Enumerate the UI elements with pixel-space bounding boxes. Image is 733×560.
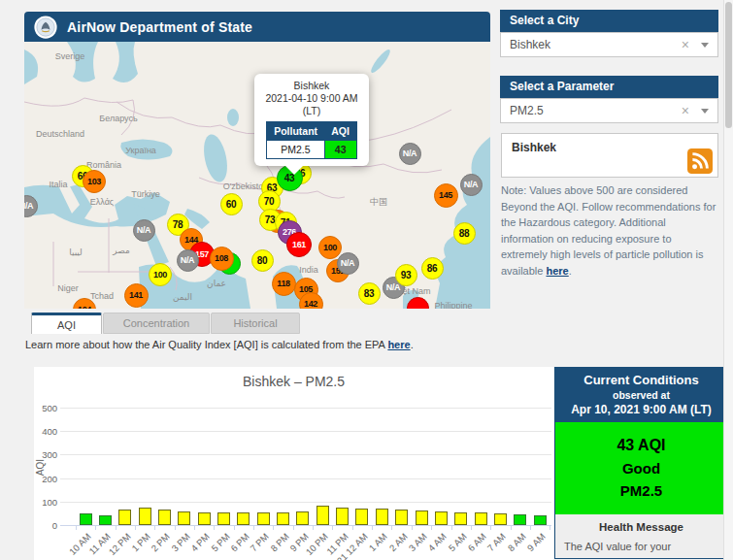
- bar[interactable]: [80, 513, 92, 525]
- aqi-marker[interactable]: 100: [149, 263, 172, 286]
- bar[interactable]: [435, 511, 448, 525]
- scrollbar-thumb[interactable]: [725, 2, 732, 128]
- map-place-label: Tchad: [90, 291, 114, 301]
- grid-line: [60, 454, 551, 455]
- bar[interactable]: [237, 512, 250, 525]
- axis-tick: [372, 526, 373, 530]
- city-select[interactable]: Bishkek ×: [500, 32, 718, 57]
- axis-tick: [116, 526, 117, 530]
- aqi-marker[interactable]: N/A: [460, 174, 483, 196]
- tab-concentration[interactable]: Concentration: [103, 313, 210, 334]
- bar[interactable]: [475, 512, 487, 525]
- aqi-marker[interactable]: N/A: [337, 252, 359, 275]
- axis-tick: [154, 526, 155, 530]
- chart-y-axis-label: AQI: [35, 439, 46, 497]
- axis-tick: [352, 526, 353, 530]
- city-select-value[interactable]: Bishkek: [501, 38, 682, 51]
- aqi-marker[interactable]: 80: [251, 249, 274, 272]
- axis-tick: [530, 526, 531, 530]
- aqi-marker[interactable]: N/A: [133, 219, 155, 242]
- city-clear-icon[interactable]: ×: [682, 37, 689, 52]
- axis-tick: [175, 526, 176, 530]
- map-place-label: مصر: [113, 246, 130, 255]
- note-text: Note: Values above 500 are considered Be…: [501, 184, 716, 277]
- bar[interactable]: [99, 515, 112, 525]
- axis-tick: [550, 526, 550, 530]
- learn-more-suffix: .: [411, 339, 414, 350]
- bar[interactable]: [198, 512, 211, 525]
- parameter-select-header: Select a Parameter: [500, 76, 718, 98]
- city-select-header: Select a City: [500, 10, 718, 32]
- epa-link[interactable]: here: [387, 339, 410, 350]
- scrollbar-track[interactable]: [723, 0, 733, 560]
- y-tick-label: 400: [34, 426, 57, 437]
- popup-datetime: 2021-04-10 9:00 AM: [259, 92, 364, 105]
- aqi-marker[interactable]: 108: [210, 247, 234, 271]
- map-place-label: Deutschland: [36, 129, 84, 139]
- city-dropdown-icon[interactable]: [701, 43, 709, 48]
- aqi-marker[interactable]: N/A: [177, 249, 199, 272]
- bar[interactable]: [277, 512, 289, 525]
- bar[interactable]: [514, 514, 526, 525]
- rss-city-label: Bishkek: [512, 141, 556, 154]
- tab-historical[interactable]: Historical: [211, 313, 300, 334]
- map-place-label: Italia: [49, 180, 67, 189]
- bar[interactable]: [139, 508, 151, 525]
- map-place-label: Україна: [125, 146, 156, 155]
- aqi-marker[interactable]: 100: [318, 236, 342, 259]
- rss-icon[interactable]: [687, 148, 713, 174]
- aqi-marker[interactable]: 145: [434, 183, 458, 208]
- y-tick-label: 0: [34, 520, 57, 531]
- bar[interactable]: [178, 511, 190, 525]
- bar[interactable]: [395, 510, 408, 525]
- bar[interactable]: [217, 512, 230, 525]
- bar[interactable]: [257, 512, 270, 525]
- parameter-dropdown-icon[interactable]: [701, 109, 709, 114]
- axis-tick: [135, 526, 136, 530]
- axis-tick: [214, 526, 215, 530]
- map[interactable]: SverigeБеларусьDeutschlandУкраїнаRomânia…: [24, 42, 490, 309]
- parameter-select[interactable]: PM2.5 ×: [500, 98, 718, 123]
- grid-line: [60, 525, 551, 526]
- bar[interactable]: [494, 513, 507, 525]
- aqi-marker[interactable]: 161: [286, 232, 312, 257]
- airnow-app: AirNow Department of State: [0, 0, 733, 560]
- axis-tick: [95, 526, 96, 530]
- bar[interactable]: [158, 510, 171, 525]
- map-place-label: Беларусь: [99, 114, 137, 123]
- bar[interactable]: [336, 508, 349, 525]
- bar[interactable]: [534, 515, 547, 525]
- cc-datetime: Apr 10, 2021 9:00 AM (LT): [559, 403, 723, 416]
- parameter-clear-icon[interactable]: ×: [682, 103, 689, 118]
- popup-col-aqi: AQI: [324, 122, 356, 141]
- map-place-label: 中国: [370, 196, 387, 209]
- bar[interactable]: [317, 506, 329, 525]
- axis-tick: [76, 526, 77, 530]
- aqi-marker[interactable]: 103: [83, 170, 106, 193]
- bar[interactable]: [296, 511, 309, 525]
- grid-line: [60, 502, 551, 503]
- axis-tick: [313, 526, 314, 530]
- bar[interactable]: [454, 512, 467, 525]
- aqi-marker[interactable]: 93: [395, 264, 417, 286]
- aqi-marker[interactable]: 142: [299, 292, 323, 310]
- grid-line: [60, 478, 551, 479]
- bar[interactable]: [416, 511, 428, 525]
- note-link[interactable]: here: [546, 265, 568, 277]
- parameter-select-value[interactable]: PM2.5: [501, 104, 682, 117]
- aqi-marker[interactable]: N/A: [399, 143, 421, 165]
- tab-aqi[interactable]: AQI: [31, 313, 102, 334]
- bar[interactable]: [376, 509, 388, 525]
- aqi-marker[interactable]: 83: [358, 282, 381, 305]
- aqi-marker[interactable]: 141: [124, 283, 149, 308]
- bar[interactable]: [118, 510, 131, 525]
- axis-tick: [253, 526, 254, 530]
- aqi-marker[interactable]: 118: [272, 272, 296, 296]
- aqi-marker[interactable]: 88: [453, 222, 476, 245]
- chart-panel: Bishkek – PM2.5 AQI 010020030040050010 A…: [34, 367, 553, 560]
- bar[interactable]: [355, 509, 368, 525]
- aqi-marker[interactable]: 60: [220, 193, 243, 215]
- y-tick-label: 300: [34, 449, 57, 460]
- axis-tick: [332, 526, 333, 530]
- aqi-marker[interactable]: 86: [421, 257, 444, 280]
